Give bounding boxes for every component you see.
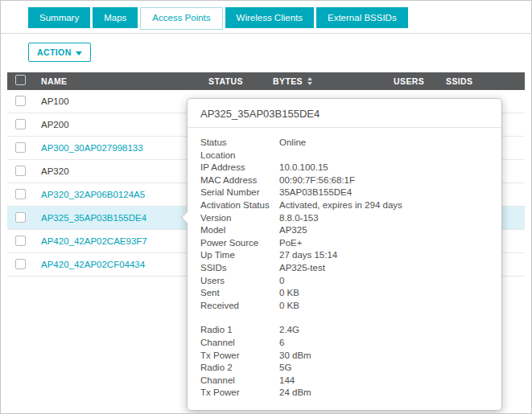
- chevron-down-icon: [76, 51, 82, 55]
- detail-row: ModelAP325: [200, 224, 489, 237]
- radio-detail-row: Tx Power24 dBm: [200, 387, 489, 400]
- select-all-checkbox[interactable]: [15, 75, 26, 85]
- radio-detail-row: Radio 25G: [200, 362, 489, 375]
- radio-detail-row: Tx Power30 dBm: [200, 350, 489, 363]
- popover-body: StatusOnline Location IP Address10.0.100…: [188, 128, 501, 410]
- detail-row: Up Time27 days 15:14: [200, 249, 489, 262]
- column-header-bytes-label: BYTES: [273, 76, 303, 86]
- detail-row: Power SourcePoE+: [200, 237, 489, 250]
- column-header-bytes[interactable]: BYTES: [266, 76, 387, 86]
- row-checkbox[interactable]: [15, 236, 26, 246]
- access-points-page: Summary Maps Access Points Wireless Clie…: [0, 0, 532, 414]
- tab-strip-divider: [1, 33, 531, 34]
- action-button-label: ACTION: [37, 47, 72, 57]
- radio-detail-row: Radio 12.4G: [200, 324, 489, 337]
- tab-access-points[interactable]: Access Points: [140, 7, 222, 30]
- tab-wireless-clients[interactable]: Wireless Clients: [225, 7, 314, 28]
- table-header-row: NAME STATUS BYTES USERS SSIDS: [7, 72, 525, 90]
- column-header-name[interactable]: NAME: [35, 76, 202, 86]
- row-checkbox[interactable]: [15, 96, 26, 106]
- radio-detail-row: Channel6: [200, 337, 489, 350]
- ap-name: AP200: [41, 120, 69, 129]
- ap-name: AP100: [41, 96, 69, 106]
- detail-row: MAC Address00:90:7F:56:68:1F: [200, 174, 489, 187]
- ap-name-link[interactable]: AP300_30AP027998133: [41, 143, 143, 153]
- header-checkbox-cell: [7, 74, 35, 88]
- detail-row: Serial Number35AP03B155DE4: [200, 187, 489, 199]
- detail-row: IP Address10.0.100.15: [200, 162, 489, 174]
- detail-row: Users0: [200, 275, 489, 288]
- sort-icon: [307, 77, 312, 85]
- detail-row: Received0 KB: [200, 300, 489, 313]
- detail-row: SSIDsAP325-test: [200, 262, 489, 275]
- tab-maps[interactable]: Maps: [93, 7, 138, 28]
- detail-row: Version8.8.0-153: [200, 212, 489, 225]
- detail-group-spacer: [200, 312, 489, 324]
- row-checkbox[interactable]: [15, 212, 26, 223]
- ap-detail-popover: AP325_35AP03B155DE4 StatusOnline Locatio…: [187, 98, 502, 411]
- tab-external-bssids[interactable]: External BSSIDs: [316, 7, 408, 28]
- row-checkbox[interactable]: [15, 259, 26, 269]
- ap-name-link[interactable]: AP320_32AP06B0124A5: [41, 190, 145, 199]
- column-header-ssids[interactable]: SSIDS: [439, 76, 525, 86]
- detail-row: Location: [200, 150, 489, 162]
- tab-bar: Summary Maps Access Points Wireless Clie…: [28, 7, 408, 30]
- tab-summary[interactable]: Summary: [28, 7, 90, 28]
- ap-name: AP320: [41, 166, 69, 176]
- ap-name-link[interactable]: AP420_42AP02CAE93F7: [41, 236, 147, 246]
- row-checkbox[interactable]: [15, 189, 26, 199]
- ap-name-link[interactable]: AP325_35AP03B155DE4: [41, 213, 146, 223]
- detail-row: Sent0 KB: [200, 287, 489, 300]
- column-header-users[interactable]: USERS: [387, 76, 439, 86]
- ap-name-link[interactable]: AP420_42AP02CF04434: [41, 260, 145, 269]
- row-checkbox[interactable]: [15, 119, 26, 129]
- popover-title: AP325_35AP03B155DE4: [188, 99, 501, 128]
- radio-detail-row: Channel144: [200, 375, 489, 387]
- row-checkbox[interactable]: [15, 142, 26, 153]
- detail-row: Activation StatusActivated, expires in 2…: [200, 199, 489, 212]
- row-checkbox[interactable]: [15, 166, 26, 176]
- column-header-status[interactable]: STATUS: [202, 76, 266, 86]
- action-button[interactable]: ACTION: [28, 43, 91, 62]
- detail-row: StatusOnline: [200, 137, 489, 150]
